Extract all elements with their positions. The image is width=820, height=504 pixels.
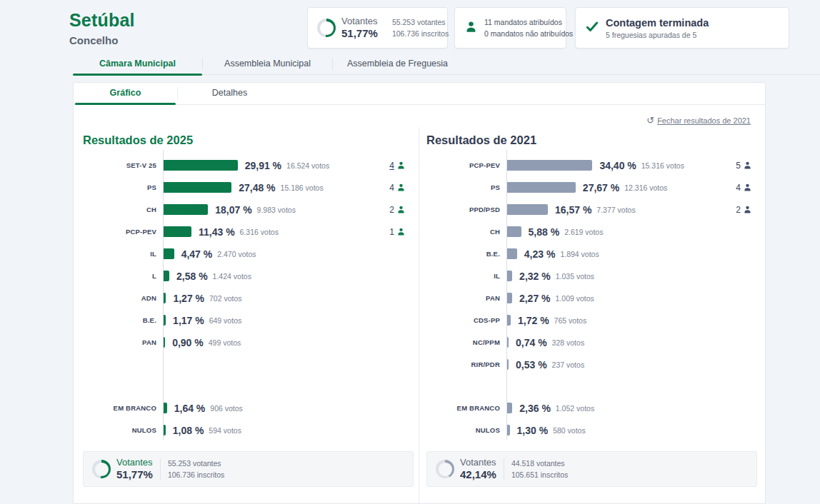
chart-row: PAN0,90 %499 votos: [83, 331, 419, 353]
undo-icon: ↺: [646, 116, 654, 125]
percent-value: 0,53 %: [516, 359, 547, 371]
chart-row: NULOS1,30 %580 votos: [426, 419, 765, 441]
party-label: EM BRANCO: [83, 404, 163, 412]
mandates: 4: [389, 183, 406, 193]
party-label: EM BRANCO: [426, 404, 506, 412]
contagem-title: Contagem terminada: [606, 17, 709, 29]
mandatos-details: 11 mandatos atribuídos 0 mandatos não at…: [484, 16, 573, 40]
percent-value: 2,27 %: [519, 293, 551, 304]
turnout-donut-icon: [317, 19, 336, 37]
percent-value: 27,48 %: [239, 182, 275, 193]
turnout-details: 44.518 votantes 105.651 inscritos: [511, 458, 568, 481]
close-2021-results-link[interactable]: ↺ Fechar resultados de 2021: [646, 116, 751, 125]
votes-count: 2.470 votos: [217, 250, 256, 258]
divider: [504, 458, 504, 480]
result-bar: [506, 160, 592, 171]
chart-row: L2,58 %1.424 votos: [83, 265, 419, 287]
party-label: PAN: [426, 294, 506, 302]
turnout-card-2025: Votantes 51,77% 55.253 votantes 106.736 …: [83, 451, 414, 487]
chart-row: CH5,88 %2.619 votos: [426, 221, 765, 243]
party-label: CH: [426, 228, 506, 236]
mandates-count: 2: [389, 205, 394, 215]
chart-row: EM BRANCO1,64 %906 votos: [83, 397, 419, 419]
chart-row: CDS-PP1,72 %765 votos: [426, 309, 765, 331]
votes-count: 15.316 votos: [641, 161, 684, 170]
election-results-page: Setúbal Concelho Votantes 51,77% 55.253 …: [0, 0, 820, 504]
result-bar: [506, 182, 576, 193]
votantes-details: 55.253 votantes 106.736 inscritos: [392, 16, 449, 40]
party-label: NC/PPM: [426, 338, 506, 346]
party-label: PS: [83, 183, 163, 191]
result-bar: [163, 160, 238, 171]
percent-value: 1,17 %: [173, 315, 204, 326]
votantes-pct: 51,77%: [116, 468, 153, 480]
result-bar: [163, 182, 231, 193]
percent-value: 1,08 %: [173, 425, 204, 436]
mandates: 4: [389, 161, 406, 171]
chart-spacer: [83, 353, 419, 397]
column-divider: [419, 127, 419, 504]
chart-row: ADN1,27 %702 votos: [83, 287, 419, 309]
page-header: Setúbal Concelho: [69, 10, 135, 46]
person-icon: [743, 183, 752, 192]
results-card: Gráfico Detalhes ↺ Fechar resultados de …: [73, 82, 766, 504]
percent-value: 5,88 %: [529, 226, 560, 238]
tab-assembleia-de-freguesia[interactable]: Assembleia de Freguesia: [333, 57, 462, 74]
tab-assembleia-municipal[interactable]: Assembleia Municipal: [203, 57, 332, 74]
votes-count: 9.983 votos: [257, 206, 296, 214]
mandates-count: 4: [736, 183, 741, 193]
party-label: NULOS: [83, 426, 163, 434]
votes-count: 906 votos: [210, 404, 243, 413]
party-label: PAN: [83, 338, 163, 346]
party-label: PCP-PEV: [83, 228, 163, 236]
percent-value: 2,36 %: [519, 403, 551, 414]
result-bar: [163, 204, 208, 215]
percent-value: 1,64 %: [174, 403, 206, 414]
charts-area: Resultados de 2025 SET-V 2529,91 %16.524…: [74, 125, 765, 487]
party-label: PS: [426, 183, 506, 191]
percent-value: 0,90 %: [172, 337, 204, 348]
votes-count: 1.894 votos: [560, 250, 599, 258]
party-label: B.E.: [83, 316, 163, 324]
page-title: Setúbal: [69, 10, 135, 31]
votes-count: 328 votos: [552, 338, 585, 347]
bar-chart-2021: PCP-PEV34,40 %15.316 votos5PS27,67 %12.3…: [426, 151, 765, 441]
mandates-count: 2: [736, 205, 741, 215]
votes-count: 12.316 votos: [624, 183, 667, 192]
results-2021-title: Resultados de 2021: [426, 133, 765, 147]
votes-count: 237 votos: [552, 361, 585, 369]
chart-row: EM BRANCO2,36 %1.052 votos: [426, 397, 765, 419]
chart-row: IL2,32 %1.035 votos: [426, 265, 765, 287]
tab-camara-municipal[interactable]: Câmara Municipal: [73, 57, 202, 74]
party-label: NULOS: [426, 426, 506, 434]
person-icon: [743, 161, 752, 170]
chart-row: PS27,48 %15.186 votos4: [83, 176, 419, 198]
votantes-label: Votantes: [116, 458, 153, 468]
result-bar: [163, 248, 174, 259]
subtab-grafico[interactable]: Gráfico: [74, 83, 177, 104]
turnout-donut-icon: [436, 460, 454, 478]
chart-row: NC/PPM0,74 %328 votos: [426, 331, 765, 353]
subtab-detalhes[interactable]: Detalhes: [178, 83, 281, 104]
link-row: ↺ Fechar resultados de 2021: [74, 105, 765, 125]
results-2025-title: Resultados de 2025: [83, 133, 419, 147]
mandates-count-link[interactable]: 4: [389, 161, 394, 171]
votes-count: 1.009 votos: [556, 294, 594, 303]
person-icon: [396, 227, 406, 236]
person-icon: [396, 205, 406, 214]
divider: [160, 458, 161, 480]
turnout-card-2021: Votantes 42,14% 44.518 votantes 105.651 …: [426, 451, 757, 487]
result-bar: [506, 403, 512, 413]
chart-row: PCP-PEV11,43 %6.316 votos1: [83, 221, 419, 243]
percent-value: 4,23 %: [524, 248, 556, 260]
party-label: PCP-PEV: [426, 161, 506, 169]
page-subtitle: Concelho: [69, 34, 135, 46]
party-label: RIR/PDR: [426, 361, 506, 368]
votantes-label: Votantes: [341, 16, 378, 27]
votes-count: 594 votos: [209, 426, 241, 435]
party-label: CDS-PP: [426, 316, 506, 324]
percent-value: 18,07 %: [215, 204, 251, 216]
percent-value: 4,47 %: [181, 248, 213, 260]
mandates: 4: [736, 183, 752, 193]
chart-row: PAN2,27 %1.009 votos: [426, 287, 765, 309]
